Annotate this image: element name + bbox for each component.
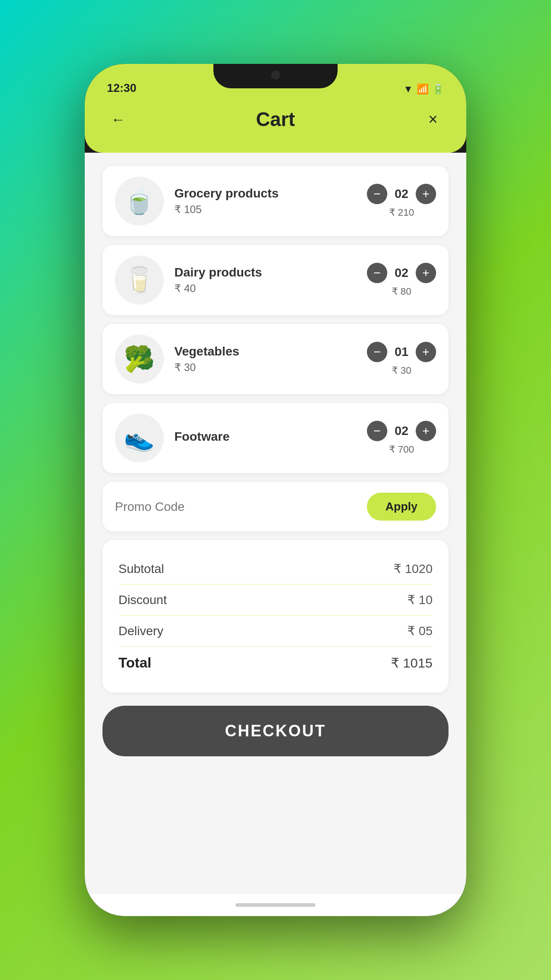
- discount-value: ₹ 10: [407, 593, 433, 607]
- subtotal-value: ₹ 1020: [394, 561, 433, 576]
- item-info-vegetables: Vegetables ₹ 30: [174, 344, 356, 374]
- item-price-vegetables: ₹ 30: [174, 361, 356, 374]
- delivery-label: Delivery: [118, 624, 163, 638]
- item-info-grocery: Grocery products ₹ 105: [174, 186, 356, 216]
- item-total-vegetables: ₹ 30: [392, 365, 412, 376]
- qty-value-footware: 02: [394, 424, 409, 438]
- footware-icon: 👟: [124, 426, 155, 450]
- cart-item-vegetables: 🥦 Vegetables ₹ 30 − 01 + ₹ 30: [102, 324, 449, 394]
- status-bar: 12:30 ▼ 📶 🔋: [85, 64, 466, 99]
- vegetables-icon: 🥦: [124, 347, 155, 371]
- qty-value-grocery: 02: [394, 187, 409, 201]
- back-button[interactable]: ←: [107, 108, 129, 130]
- cart-item-footware: 👟 Footware − 02 + ₹ 700: [102, 403, 449, 473]
- qty-value-dairy: 02: [394, 266, 409, 280]
- qty-control-footware: − 02 + ₹ 700: [367, 421, 436, 455]
- qty-minus-footware[interactable]: −: [367, 421, 387, 441]
- item-info-dairy: Dairy products ₹ 40: [174, 265, 356, 295]
- back-arrow-icon: ←: [111, 111, 125, 128]
- item-price-grocery: ₹ 105: [174, 203, 356, 216]
- dairy-icon: 🥛: [124, 268, 155, 292]
- close-icon: ×: [428, 110, 437, 129]
- item-image-dairy: 🥛: [115, 256, 164, 304]
- item-name-grocery: Grocery products: [174, 186, 356, 201]
- qty-control-dairy: − 02 + ₹ 80: [367, 263, 436, 297]
- item-total-grocery: ₹ 210: [389, 207, 414, 218]
- summary-card: Subtotal ₹ 1020 Discount ₹ 10 Delivery ₹…: [102, 540, 449, 692]
- discount-row: Discount ₹ 10: [118, 585, 433, 616]
- bottom-bar: [85, 894, 466, 916]
- qty-minus-dairy[interactable]: −: [367, 263, 387, 283]
- signal-icon: ▼: [403, 83, 413, 95]
- home-indicator: [236, 903, 315, 907]
- promo-card: Apply: [102, 482, 449, 531]
- cart-item-dairy: 🥛 Dairy products ₹ 40 − 02 + ₹ 80: [102, 245, 449, 315]
- qty-plus-grocery[interactable]: +: [416, 184, 436, 204]
- page-title: Cart: [256, 108, 295, 130]
- wifi-icon: 📶: [417, 83, 429, 95]
- item-name-dairy: Dairy products: [174, 265, 356, 280]
- header: ← Cart ×: [85, 99, 466, 153]
- time: 12:30: [107, 81, 137, 95]
- apply-promo-button[interactable]: Apply: [367, 493, 436, 521]
- discount-label: Discount: [118, 593, 167, 607]
- item-name-footware: Footware: [174, 430, 356, 444]
- phone-frame: 12:30 ▼ 📶 🔋 ← Cart × 🍵 Grocery products …: [85, 64, 466, 916]
- qty-plus-footware[interactable]: +: [416, 421, 436, 441]
- delivery-row: Delivery ₹ 05: [118, 616, 433, 647]
- checkout-button[interactable]: CHECKOUT: [102, 706, 449, 756]
- subtotal-label: Subtotal: [118, 562, 164, 576]
- item-total-footware: ₹ 700: [389, 444, 414, 455]
- item-price-dairy: ₹ 40: [174, 282, 356, 295]
- item-image-grocery: 🍵: [115, 177, 164, 225]
- status-icons: ▼ 📶 🔋: [403, 83, 444, 95]
- qty-control-vegetables: − 01 + ₹ 30: [367, 342, 436, 376]
- delivery-value: ₹ 05: [407, 624, 433, 638]
- subtotal-row: Subtotal ₹ 1020: [118, 553, 433, 585]
- qty-minus-grocery[interactable]: −: [367, 184, 387, 204]
- qty-minus-vegetables[interactable]: −: [367, 342, 387, 362]
- qty-plus-dairy[interactable]: +: [416, 263, 436, 283]
- item-name-vegetables: Vegetables: [174, 344, 356, 359]
- cart-item-grocery: 🍵 Grocery products ₹ 105 − 02 + ₹ 210: [102, 166, 449, 236]
- close-button[interactable]: ×: [422, 108, 444, 130]
- item-image-vegetables: 🥦: [115, 335, 164, 383]
- item-total-dairy: ₹ 80: [392, 286, 412, 297]
- grocery-icon: 🍵: [124, 189, 155, 213]
- qty-control-grocery: − 02 + ₹ 210: [367, 184, 436, 218]
- total-value: ₹ 1015: [391, 655, 433, 671]
- total-label: Total: [118, 655, 151, 671]
- camera: [271, 71, 280, 79]
- battery-icon: 🔋: [432, 83, 444, 95]
- item-info-footware: Footware: [174, 430, 356, 447]
- notch: [213, 64, 338, 88]
- qty-plus-vegetables[interactable]: +: [416, 342, 436, 362]
- cart-content: 🍵 Grocery products ₹ 105 − 02 + ₹ 210 🥛: [85, 153, 466, 894]
- item-image-footware: 👟: [115, 414, 164, 462]
- total-row: Total ₹ 1015: [118, 647, 433, 679]
- promo-input[interactable]: [115, 500, 367, 514]
- qty-value-vegetables: 01: [394, 345, 409, 359]
